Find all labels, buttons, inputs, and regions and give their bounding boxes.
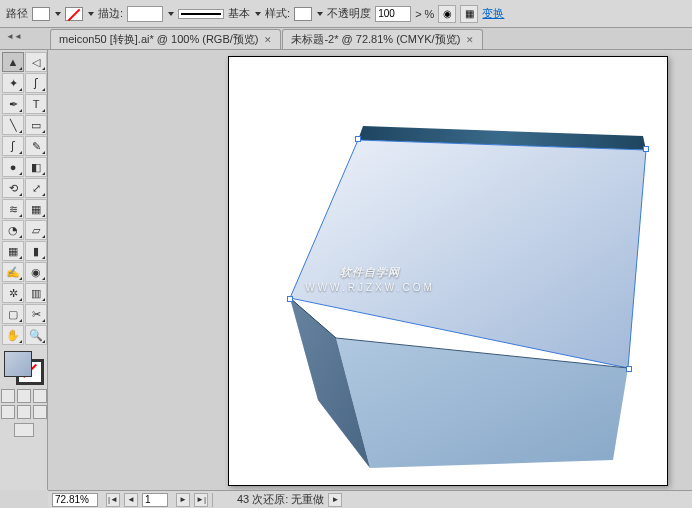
selection-handle[interactable] <box>643 146 649 152</box>
color-mode-btn[interactable] <box>1 389 15 403</box>
artboard-tool[interactable]: ▢ <box>2 304 24 324</box>
tab-scroll-icon[interactable]: ◄◄ <box>6 32 22 41</box>
symbol-sprayer-tool[interactable]: ✲ <box>2 283 24 303</box>
color-picker <box>2 349 45 437</box>
selection-handle[interactable] <box>355 136 361 142</box>
mesh-tool[interactable]: ▦ <box>2 241 24 261</box>
basic-label: 基本 <box>228 6 250 21</box>
type-tool[interactable]: T <box>25 94 47 114</box>
paintbrush-tool[interactable]: ʃ <box>2 136 24 156</box>
path-label: 路径 <box>6 6 28 21</box>
close-icon[interactable]: ✕ <box>466 35 474 45</box>
none-mode-btn[interactable] <box>33 389 47 403</box>
eraser-tool[interactable]: ◧ <box>25 157 47 177</box>
tab-label: 未标题-2* @ 72.81% (CMYK/预览) <box>291 32 460 47</box>
hand-tool[interactable]: ✋ <box>2 325 24 345</box>
eyedropper-tool[interactable]: ✍ <box>2 262 24 282</box>
selection-handle[interactable] <box>626 366 632 372</box>
width-tool[interactable]: ≋ <box>2 199 24 219</box>
line-tool[interactable]: ╲ <box>2 115 24 135</box>
status-play-btn[interactable]: ► <box>328 493 342 507</box>
status-bar: |◄ ◄ ► ►| 43 次还原: 无重做 ► <box>48 490 692 508</box>
tab-document-2[interactable]: 未标题-2* @ 72.81% (CMYK/预览) ✕ <box>282 29 483 49</box>
chevron-down-icon[interactable] <box>255 12 261 16</box>
chevron-down-icon[interactable] <box>55 12 61 16</box>
svg-marker-1 <box>290 140 646 368</box>
draw-normal-btn[interactable] <box>1 405 15 419</box>
stroke-width-input[interactable] <box>127 6 163 22</box>
gradient-mode-btn[interactable] <box>17 389 31 403</box>
graph-tool[interactable]: ▥ <box>25 283 47 303</box>
close-icon[interactable]: ✕ <box>264 35 272 45</box>
rectangle-tool[interactable]: ▭ <box>25 115 47 135</box>
blob-brush-tool[interactable]: ● <box>2 157 24 177</box>
blend-tool[interactable]: ◉ <box>25 262 47 282</box>
options-bar: 路径 描边: 基本 样式: 不透明度 > % ◉ ▦ 变换 <box>0 0 692 28</box>
tab-bar: meicon50 [转换].ai* @ 100% (RGB/预览) ✕ 未标题-… <box>0 28 692 50</box>
perspective-tool[interactable]: ▱ <box>25 220 47 240</box>
screen-mode-btn[interactable] <box>14 423 34 437</box>
draw-behind-btn[interactable] <box>17 405 31 419</box>
toolbox: ▲ ◁ ✦ ʃ ✒ T ╲ ▭ ʃ ✎ ● ◧ ⟲ ⤢ ≋ ▦ ◔ ▱ ▦ ▮ … <box>0 50 48 490</box>
selection-handle[interactable] <box>287 296 293 302</box>
direct-selection-tool[interactable]: ◁ <box>25 52 47 72</box>
opacity-input[interactable] <box>375 6 411 22</box>
pencil-tool[interactable]: ✎ <box>25 136 47 156</box>
main-area: ▲ ◁ ✦ ʃ ✒ T ╲ ▭ ʃ ✎ ● ◧ ⟲ ⤢ ≋ ▦ ◔ ▱ ▦ ▮ … <box>0 50 692 490</box>
next-page-btn[interactable]: ► <box>176 493 190 507</box>
transform-link[interactable]: 变换 <box>482 6 504 21</box>
chevron-down-icon[interactable] <box>317 12 323 16</box>
chevron-down-icon[interactable] <box>168 12 174 16</box>
stroke-profile[interactable] <box>178 9 224 19</box>
style-swatch[interactable] <box>294 7 312 21</box>
tab-document-1[interactable]: meicon50 [转换].ai* @ 100% (RGB/预览) ✕ <box>50 29 281 49</box>
opacity-label: 不透明度 <box>327 6 371 21</box>
slice-tool[interactable]: ✂ <box>25 304 47 324</box>
rotate-tool[interactable]: ⟲ <box>2 178 24 198</box>
zoom-input[interactable] <box>52 493 98 507</box>
magic-wand-tool[interactable]: ✦ <box>2 73 24 93</box>
opacity-suffix: > % <box>415 8 434 20</box>
fill-color[interactable] <box>4 351 32 377</box>
align-icon[interactable]: ▦ <box>460 5 478 23</box>
zoom-tool[interactable]: 🔍 <box>25 325 47 345</box>
lasso-tool[interactable]: ʃ <box>25 73 47 93</box>
canvas-area[interactable]: 软件自学网 WWW.RJZXW.COM <box>48 50 692 490</box>
stroke-label: 描边: <box>98 6 123 21</box>
chevron-down-icon[interactable] <box>88 12 94 16</box>
free-transform-tool[interactable]: ▦ <box>25 199 47 219</box>
prev-page-btn[interactable]: ◄ <box>124 493 138 507</box>
tab-label: meicon50 [转换].ai* @ 100% (RGB/预览) <box>59 32 258 47</box>
fill-swatch[interactable] <box>32 7 50 21</box>
shape-builder-tool[interactable]: ◔ <box>2 220 24 240</box>
box-illustration <box>248 80 658 480</box>
page-input[interactable] <box>142 493 168 507</box>
undo-status-text: 43 次还原: 无重做 <box>237 492 324 507</box>
gradient-tool[interactable]: ▮ <box>25 241 47 261</box>
recolor-icon[interactable]: ◉ <box>438 5 456 23</box>
last-page-btn[interactable]: ►| <box>194 493 208 507</box>
pen-tool[interactable]: ✒ <box>2 94 24 114</box>
selection-tool[interactable]: ▲ <box>2 52 24 72</box>
style-label: 样式: <box>265 6 290 21</box>
draw-inside-btn[interactable] <box>33 405 47 419</box>
stroke-swatch-none[interactable] <box>65 7 83 21</box>
first-page-btn[interactable]: |◄ <box>106 493 120 507</box>
scale-tool[interactable]: ⤢ <box>25 178 47 198</box>
